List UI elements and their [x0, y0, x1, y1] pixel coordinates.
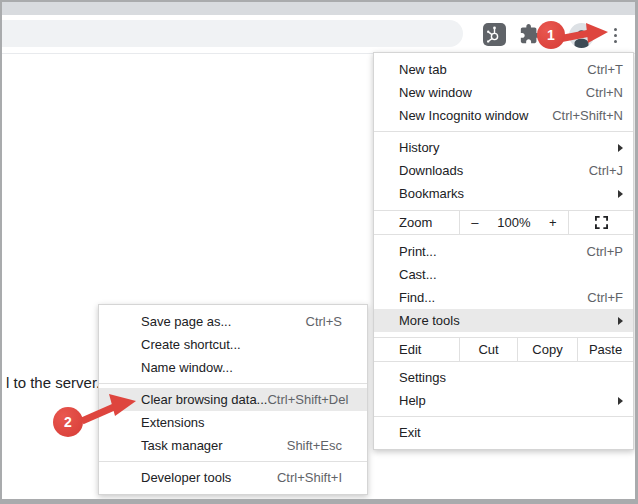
menu-separator — [99, 383, 367, 384]
menu-item-more-tools[interactable]: More tools — [374, 309, 633, 332]
menu-item-shortcut: Shift+Esc — [287, 438, 342, 453]
menu-item-label: Developer tools — [141, 470, 277, 485]
menu-item-label: Find... — [399, 290, 587, 305]
step-number: 1 — [547, 27, 555, 43]
edit-row: Edit Cut Copy Paste — [374, 337, 633, 362]
menu-item-bookmarks[interactable]: Bookmarks — [374, 182, 633, 205]
address-bar[interactable] — [2, 20, 463, 47]
menu-item-shortcut: Ctrl+J — [589, 163, 623, 178]
sprocket-badge-icon[interactable] — [483, 23, 506, 46]
zoom-controls: – 100% + — [459, 211, 569, 234]
browser-inner: l to the server. New tab Ctrl+T New wind… — [2, 2, 635, 499]
menu-item-label: Cast... — [399, 267, 623, 282]
menu-item-label: Help — [399, 393, 610, 408]
fullscreen-button[interactable] — [569, 211, 633, 234]
step-number: 2 — [64, 414, 72, 430]
zoom-in-button[interactable]: + — [545, 215, 561, 230]
menu-item-label: Task manager — [141, 438, 287, 453]
fullscreen-icon — [595, 216, 608, 229]
menu-item-label: Exit — [399, 425, 623, 440]
zoom-label: Zoom — [374, 211, 459, 234]
menu-item-exit[interactable]: Exit — [374, 421, 633, 444]
menu-item-label: History — [399, 140, 610, 155]
menu-item-downloads[interactable]: Downloads Ctrl+J — [374, 159, 633, 182]
menu-item-new-tab[interactable]: New tab Ctrl+T — [374, 58, 633, 81]
menu-item-label: Create shortcut... — [141, 337, 342, 352]
cut-button[interactable]: Cut — [459, 338, 517, 361]
menu-item-label: Downloads — [399, 163, 589, 178]
zoom-row: Zoom – 100% + — [374, 210, 633, 235]
menu-separator — [374, 416, 633, 417]
menu-item-create-shortcut[interactable]: Create shortcut... — [99, 333, 367, 356]
menu-item-label: New tab — [399, 62, 587, 77]
menu-item-save-page-as[interactable]: Save page as... Ctrl+S — [99, 310, 367, 333]
menu-item-shortcut: Ctrl+Shift+Del — [267, 392, 348, 407]
menu-item-label: Bookmarks — [399, 186, 610, 201]
chrome-main-menu: New tab Ctrl+T New window Ctrl+N New Inc… — [373, 52, 634, 450]
paste-button[interactable]: Paste — [577, 338, 633, 361]
menu-item-shortcut: Ctrl+N — [586, 85, 623, 100]
menu-item-developer-tools[interactable]: Developer tools Ctrl+Shift+I — [99, 466, 367, 489]
menu-item-label: New window — [399, 85, 586, 100]
menu-item-name-window[interactable]: Name window... — [99, 356, 367, 379]
menu-item-label: Settings — [399, 370, 623, 385]
menu-item-label: Extensions — [141, 415, 342, 430]
menu-item-new-incognito-window[interactable]: New Incognito window Ctrl+Shift+N — [374, 104, 633, 127]
menu-item-find[interactable]: Find... Ctrl+F — [374, 286, 633, 309]
menu-item-shortcut: Ctrl+T — [587, 62, 623, 77]
chevron-right-icon — [618, 317, 623, 325]
menu-item-shortcut: Ctrl+S — [306, 314, 342, 329]
menu-item-shortcut: Ctrl+P — [587, 244, 623, 259]
menu-item-label: Name window... — [141, 360, 342, 375]
page-body-text: l to the server. — [6, 374, 100, 391]
edit-label: Edit — [374, 338, 459, 361]
tab-strip — [2, 2, 635, 15]
annotation-step-1: 1 — [537, 21, 565, 49]
menu-item-label: Print... — [399, 244, 587, 259]
zoom-out-button[interactable]: – — [467, 215, 482, 230]
menu-separator — [99, 461, 367, 462]
annotation-step-2: 2 — [53, 407, 83, 437]
menu-item-label: Save page as... — [141, 314, 306, 329]
menu-item-settings[interactable]: Settings — [374, 366, 633, 389]
menu-item-shortcut: Ctrl+F — [587, 290, 623, 305]
menu-item-label: More tools — [399, 313, 610, 328]
menu-item-print[interactable]: Print... Ctrl+P — [374, 240, 633, 263]
menu-item-shortcut: Ctrl+Shift+I — [277, 470, 342, 485]
chevron-right-icon — [618, 397, 623, 405]
zoom-value: 100% — [497, 215, 530, 230]
menu-item-history[interactable]: History — [374, 136, 633, 159]
menu-item-task-manager[interactable]: Task manager Shift+Esc — [99, 434, 367, 457]
menu-item-cast[interactable]: Cast... — [374, 263, 633, 286]
annotation-arrow-2 — [76, 392, 140, 426]
menu-item-new-window[interactable]: New window Ctrl+N — [374, 81, 633, 104]
browser-window: l to the server. New tab Ctrl+T New wind… — [0, 0, 638, 504]
menu-separator — [374, 131, 633, 132]
menu-item-help[interactable]: Help — [374, 389, 633, 412]
menu-item-label: Clear browsing data... — [141, 392, 267, 407]
chevron-right-icon — [618, 190, 623, 198]
copy-button[interactable]: Copy — [517, 338, 577, 361]
menu-item-label: New Incognito window — [399, 108, 552, 123]
menu-item-shortcut: Ctrl+Shift+N — [552, 108, 623, 123]
chevron-right-icon — [618, 144, 623, 152]
